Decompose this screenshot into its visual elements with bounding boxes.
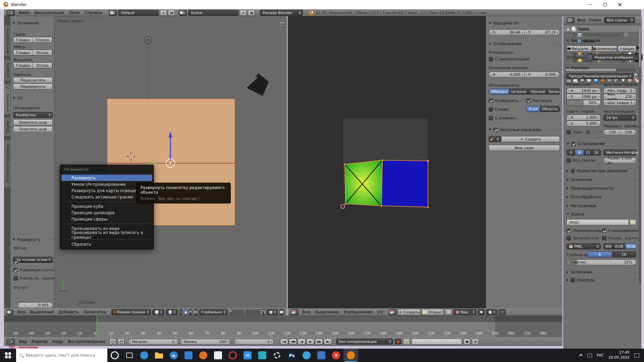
panel-grip[interactable] [630, 142, 636, 145]
keying-set-icon[interactable] [403, 339, 410, 345]
region-expand-icon[interactable] [279, 21, 285, 26]
collapsed-section-header[interactable]: Производительность [564, 184, 639, 192]
menu-item[interactable]: Воспроизведение [65, 339, 108, 344]
grease-pencil-source-selector[interactable] [489, 136, 501, 142]
start-button[interactable] [0, 349, 16, 362]
manipulator-scale-button[interactable] [194, 309, 198, 315]
menu-item[interactable]: Вид [15, 310, 28, 314]
resolution-percent-slider[interactable]: 50% [567, 100, 601, 106]
panel-uv-header[interactable]: UV [12, 95, 53, 101]
uv-editor-icon[interactable] [290, 309, 299, 315]
panel-grip[interactable] [630, 187, 636, 190]
smooth-checkbox[interactable]: Гладко [489, 107, 524, 112]
toggle-option[interactable]: 5 [567, 150, 575, 155]
menu-item[interactable]: Кадр [50, 339, 65, 344]
uv-vertex-y-field[interactable]: Y:67.19 [525, 29, 560, 35]
timeline-end-field[interactable]: Конец:250 [180, 339, 230, 345]
aa-filter-selector[interactable]: Митчелл-Нетрав [603, 149, 636, 156]
stretch-type-toggle[interactable]: УголОбласть [526, 106, 560, 112]
freestyle-checkbox[interactable] [571, 278, 575, 282]
layout-selector[interactable]: Default [118, 10, 159, 16]
tab-options[interactable]: Опции [4, 117, 10, 137]
outliner-display-selector[interactable]: Все сцены [604, 17, 635, 23]
uv-draw-type-toggle[interactable]: ОбводкаШтрихиЧёрныйБелый [489, 88, 560, 95]
layout-delete-button[interactable] [168, 10, 175, 16]
taskbar-telegram-icon[interactable] [299, 349, 314, 362]
orientation-selector[interactable]: Глобально [199, 309, 228, 315]
menu-item[interactable]: Выделение [28, 310, 56, 314]
taskbar-task-view-icon[interactable] [122, 349, 137, 362]
render-display-selector[interactable]: Редактор изображе… [592, 54, 643, 60]
snap-element-selector[interactable] [267, 309, 278, 315]
prev-keyframe-button[interactable]: ◀◀ [289, 339, 297, 345]
tab-shading-uv[interactable]: Затенение / UV [4, 84, 10, 115]
timeline-editor-icon[interactable] [7, 339, 15, 345]
menu-item[interactable]: Полисетка [81, 310, 108, 314]
jump-end-button[interactable]: ▶| [324, 339, 332, 345]
fill-holes-checkbox[interactable]: Заполнить дыры [13, 259, 52, 264]
toggle-option[interactable]: Гладко [13, 63, 33, 68]
dimensions-section-header[interactable]: Размеры [567, 65, 636, 71]
context-menu-item[interactable]: Развернуть [61, 175, 152, 181]
tray-expand-icon[interactable] [579, 354, 583, 358]
render-presets-selector[interactable]: Предустановки визуализации [567, 73, 633, 79]
preset-add-button[interactable] [634, 73, 638, 79]
minimize-button[interactable] [583, 0, 598, 9]
current-frame-line[interactable] [97, 316, 97, 337]
stretch-checkbox[interactable]: Растянуть [526, 99, 560, 103]
toggle-option[interactable]: Гладко [13, 37, 33, 43]
panel-unwrap-header[interactable]: Развернуть [12, 237, 53, 243]
panel-grip[interactable] [630, 196, 636, 198]
render-still-button[interactable]: Визуали… [567, 46, 592, 52]
menu-item[interactable]: Маркер [29, 339, 50, 344]
manipulator-rotate-button[interactable] [189, 309, 193, 315]
panel-grip[interactable] [630, 271, 636, 274]
menu-item[interactable]: Изображение [341, 310, 375, 314]
context-menu-item[interactable]: Проецировать из вида (вписать в границы) [61, 232, 152, 238]
uv-vertex-header[interactable]: Вершина UV [489, 20, 560, 26]
menu-item[interactable]: Справка [82, 10, 104, 15]
notification-center-icon[interactable] [634, 353, 639, 358]
viewport-shading-selector[interactable] [152, 309, 164, 315]
mark-seam-button[interactable]: Пометить шов [13, 119, 53, 125]
uv-snap-icon[interactable] [478, 309, 485, 315]
margin-slider[interactable]: 0.001 [13, 302, 53, 308]
freestyle-section-header[interactable]: Freestyle [564, 276, 639, 284]
taskbar-photoshop-icon[interactable]: Ps [284, 349, 299, 362]
mode-selector[interactable]: Режим правки [111, 309, 151, 315]
color-mode-toggle[interactable]: BWRGBRGBA [603, 243, 636, 249]
tab-create[interactable]: Создать [4, 59, 10, 81]
file-format-selector[interactable]: PNG [567, 243, 601, 249]
uv-view-selector[interactable]: Вид [453, 309, 477, 315]
context-menu-item[interactable]: Сбросить [61, 241, 152, 247]
resolution-y-field[interactable]: Y:1080 px [567, 94, 601, 100]
resolution-x-field[interactable]: X:1920 px [567, 88, 601, 94]
maximize-button[interactable] [598, 0, 612, 9]
jump-start-button[interactable]: |◀ [280, 339, 288, 345]
outliner-view-menu[interactable]: Вид [577, 18, 586, 22]
scene-selector[interactable]: Scene [188, 10, 238, 16]
current-frame-field[interactable]: 1 [234, 339, 274, 345]
translate-manipulator[interactable] [166, 131, 175, 168]
delete-key-icon[interactable] [472, 339, 479, 345]
play-button[interactable]: ▶ [306, 339, 314, 345]
toggle-option[interactable]: Гладко [13, 50, 33, 55]
outliner-search-menu[interactable]: Поиск [588, 18, 602, 22]
breadcrumb-pin-icon[interactable] [567, 28, 570, 31]
modified-checkbox[interactable]: С изменен… [489, 116, 560, 120]
image-open-button[interactable]: Открыт [422, 309, 444, 315]
context-menu-item[interactable]: Проекция куба [61, 203, 152, 209]
outliner-editor-icon[interactable] [567, 17, 575, 23]
panel-grip[interactable] [630, 39, 636, 42]
toggle-option[interactable]: RGBA [625, 244, 636, 249]
panel-grip[interactable] [554, 22, 560, 24]
layers-widget[interactable] [229, 309, 260, 315]
toggle-option[interactable]: Штрихи [509, 89, 529, 94]
timeline-ruler[interactable]: -50-40-30-20-100102030405060708090100110… [4, 316, 562, 337]
taskbar-browser-icon[interactable] [137, 349, 152, 362]
toggle-option[interactable]: 8 [588, 252, 612, 257]
show-other-checkbox[interactable]: Отобразить… [489, 99, 524, 103]
fps-selector[interactable]: 24 fps [603, 115, 636, 121]
timeline-start-field[interactable]: Начало:1 [128, 339, 178, 345]
taskbar-explorer-icon[interactable] [152, 349, 166, 362]
